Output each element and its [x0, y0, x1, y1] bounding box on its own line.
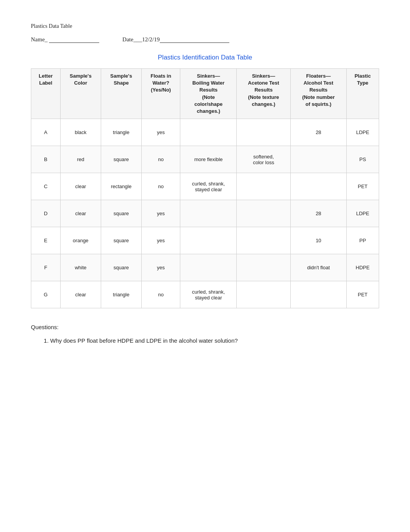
questions-label: Questions:: [31, 324, 379, 330]
date-field: Date___12/2/19: [122, 36, 229, 43]
table-row: Bredsquarenomore flexiblesoftened, color…: [31, 146, 379, 173]
col-header-label: LetterLabel: [31, 69, 61, 119]
table-row: Cclearrectanglenocurled, shrank, stayed …: [31, 173, 379, 200]
col-header-floats: Floats inWater?(Yes/No): [141, 69, 180, 119]
col-header-color: Sample'sColor: [60, 69, 101, 119]
col-header-boiling: Sinkers—Boiling WaterResults(Notecolor/s…: [180, 69, 237, 119]
table-row: Fwhitesquareyesdidn't floatHDPE: [31, 254, 379, 281]
col-header-shape: Sample'sShape: [101, 69, 141, 119]
doc-title: Plastics Data Table: [31, 23, 379, 29]
plastics-table: LetterLabel Sample'sColor Sample'sShape …: [31, 68, 379, 308]
name-field: Name_: [31, 36, 99, 43]
table-row: Dclearsquareyes28LDPE: [31, 200, 379, 227]
col-header-alcohol: Floaters—Alcohol TestResults(Note number…: [290, 69, 346, 119]
table-title: Plastics Identification Data Table: [31, 54, 379, 61]
table-row: Eorangesquareyes10PP: [31, 227, 379, 254]
table-row: Ablacktriangleyes28LDPE: [31, 119, 379, 146]
col-header-acetone: Sinkers—Acetone TestResults(Note texture…: [237, 69, 290, 119]
table-row: Gcleartrianglenocurled, shrank, stayed c…: [31, 281, 379, 308]
question-item: Why does PP float before HDPE and LDPE i…: [50, 336, 379, 346]
col-header-type: PlasticType: [346, 69, 379, 119]
